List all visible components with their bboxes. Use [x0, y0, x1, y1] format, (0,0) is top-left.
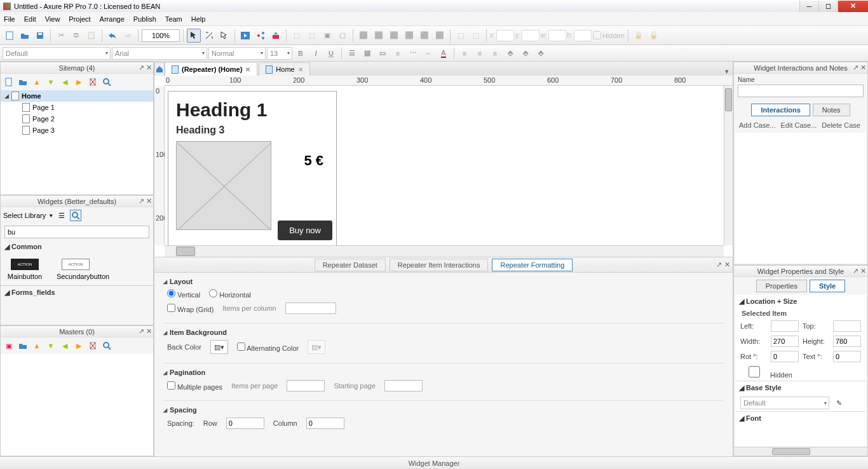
rot-input[interactable]: [771, 351, 799, 362]
align-bottom-icon[interactable]: ⬛: [433, 29, 447, 43]
preview-icon[interactable]: [238, 29, 252, 43]
close-icon[interactable]: ✕: [146, 64, 152, 72]
cut-icon[interactable]: ✂: [54, 29, 68, 43]
share-icon[interactable]: [254, 29, 268, 43]
menu-project[interactable]: Project: [69, 15, 90, 23]
unlock-icon[interactable]: 🔓: [647, 29, 661, 43]
txt-mid-icon[interactable]: ⬘: [519, 46, 532, 60]
sect-pagination[interactable]: Pagination: [163, 369, 724, 376]
txt-top-icon[interactable]: ⬘: [503, 46, 517, 60]
sp-input[interactable]: [384, 380, 423, 391]
image-placeholder[interactable]: [176, 141, 271, 230]
underline-icon[interactable]: U: [324, 46, 338, 60]
linew-icon[interactable]: ≡: [391, 46, 405, 60]
mup-icon[interactable]: ▲: [31, 340, 43, 351]
canvas[interactable]: Heading 1 Heading 3 5 € Buy now: [165, 86, 724, 245]
hidden-check[interactable]: Hidden: [740, 366, 792, 379]
add-master-folder-icon[interactable]: [17, 340, 29, 351]
x-input[interactable]: [496, 30, 514, 41]
backcolor-picker[interactable]: ▨▾: [210, 340, 228, 354]
fontcolor-icon[interactable]: A: [437, 46, 451, 60]
tab-close-icon[interactable]: ✕: [298, 66, 303, 73]
close-icon[interactable]: ✕: [860, 267, 866, 275]
move-down-icon[interactable]: ▼: [45, 76, 57, 88]
menu-edit[interactable]: Edit: [24, 15, 36, 23]
group-icon[interactable]: ⬚: [290, 29, 304, 43]
pop-icon[interactable]: ↗: [853, 64, 858, 72]
repeater-widget[interactable]: Heading 1 Heading 3 5 € Buy now: [168, 91, 337, 250]
maximize-button[interactable]: ◻: [818, 1, 837, 12]
check-multipages[interactable]: Multiple pages: [167, 381, 222, 391]
widget-mainbutton[interactable]: ACTIONMainbutton: [6, 259, 44, 280]
subtab-notes[interactable]: Notes: [813, 104, 850, 116]
price-label[interactable]: 5 €: [304, 153, 323, 169]
pop-icon[interactable]: ↗: [716, 261, 722, 269]
tab-home-icon[interactable]: [154, 62, 165, 76]
close-icon[interactable]: ✕: [146, 197, 152, 205]
w-input[interactable]: [548, 30, 566, 41]
top-input[interactable]: [833, 320, 861, 332]
save-icon[interactable]: [33, 29, 47, 43]
dist-h-icon[interactable]: ⬚: [454, 29, 468, 43]
txt-left-icon[interactable]: ≡: [458, 46, 471, 60]
scrollbar-v[interactable]: [724, 86, 733, 245]
search-sitemap-icon[interactable]: [101, 76, 112, 88]
mdown-icon[interactable]: ▼: [45, 340, 57, 351]
view-icon[interactable]: ☰: [56, 210, 67, 221]
heading3[interactable]: Heading 3: [176, 125, 329, 136]
tabs-menu-icon[interactable]: ▾: [721, 67, 733, 76]
h-input[interactable]: [574, 30, 592, 41]
radio-vertical[interactable]: Vertical: [167, 289, 200, 299]
width-input[interactable]: [771, 336, 799, 347]
pop-icon[interactable]: ↗: [139, 327, 144, 336]
ungroup-icon[interactable]: ⬚: [305, 29, 319, 43]
dist-v-icon[interactable]: ⬚: [469, 29, 483, 43]
mout-icon[interactable]: ◀: [59, 340, 71, 351]
menu-publish[interactable]: Publish: [133, 15, 156, 23]
tree-page3[interactable]: Page 3: [1, 125, 153, 136]
menu-help[interactable]: Help: [191, 15, 206, 23]
close-icon[interactable]: ✕: [724, 261, 730, 269]
min-icon[interactable]: ▶: [73, 340, 85, 351]
altcolor-picker[interactable]: ▨▾: [308, 340, 325, 354]
buy-button[interactable]: Buy now: [278, 221, 332, 240]
align-middle-icon[interactable]: ⬛: [417, 29, 431, 43]
tab-repeater-interactions[interactable]: Repeater Item Interactions: [390, 259, 489, 271]
basestyle-dropdown[interactable]: Default: [740, 397, 829, 409]
redo-icon[interactable]: [121, 29, 135, 43]
tab-repeater-formatting[interactable]: Repeater Formatting: [492, 259, 573, 271]
y-input[interactable]: [522, 30, 539, 41]
front-icon[interactable]: ▣: [320, 29, 334, 43]
menu-file[interactable]: File: [4, 15, 15, 23]
select-tool-icon[interactable]: [187, 29, 201, 43]
pop-icon[interactable]: ↗: [139, 64, 144, 72]
indent-icon[interactable]: ▶: [73, 76, 85, 88]
txt-bot-icon[interactable]: ⬘: [534, 46, 548, 60]
tab-close-icon[interactable]: ✕: [245, 66, 250, 73]
pop-icon[interactable]: ↗: [139, 197, 144, 205]
basestyle-edit-icon[interactable]: ✎: [833, 397, 844, 409]
mdel-icon[interactable]: [87, 340, 98, 351]
zoom-input[interactable]: [142, 29, 180, 42]
sect-font[interactable]: ◢ Font: [735, 411, 866, 425]
sect-basestyle[interactable]: ◢ Base Style: [735, 381, 866, 395]
radio-horizontal[interactable]: Horizontal: [209, 289, 251, 299]
subtab-style[interactable]: Style: [810, 280, 845, 292]
add-folder-icon[interactable]: [17, 76, 29, 88]
add-case[interactable]: Add Case...: [739, 121, 775, 129]
ipc-input[interactable]: [285, 302, 336, 314]
border-icon[interactable]: ▭: [376, 46, 390, 60]
subtab-properties[interactable]: Properties: [756, 280, 807, 292]
tab-repeater[interactable]: (Repeater) (Home)✕: [165, 62, 257, 76]
pop-icon[interactable]: ↗: [853, 267, 858, 275]
name-input[interactable]: [738, 85, 864, 97]
close-icon[interactable]: ✕: [146, 327, 152, 336]
align-center-icon[interactable]: ⬛: [372, 29, 386, 43]
linestyle-icon[interactable]: ⋯: [406, 46, 420, 60]
bullets-icon[interactable]: ☰: [345, 46, 359, 60]
style-dropdown[interactable]: Default: [3, 47, 111, 60]
sect-spacing[interactable]: Spacing: [163, 406, 724, 414]
align-right-icon[interactable]: ⬛: [387, 29, 401, 43]
copy-icon[interactable]: ⧉: [69, 29, 83, 43]
tree-page2[interactable]: Page 2: [1, 113, 153, 125]
